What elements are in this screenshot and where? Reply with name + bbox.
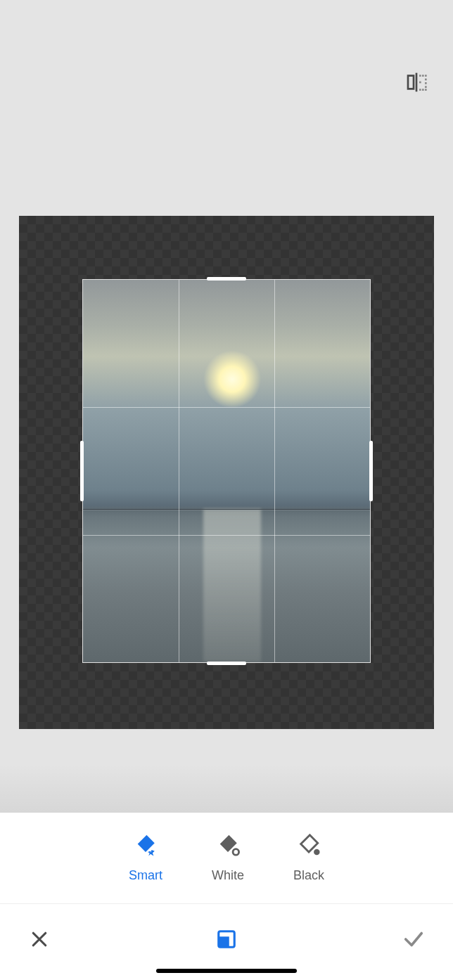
svg-point-12: [314, 849, 320, 856]
paint-bucket-black-icon: [297, 833, 321, 857]
svg-rect-4: [425, 79, 427, 81]
svg-rect-2: [422, 75, 424, 77]
fill-options-bar: Smart White Black: [0, 813, 453, 904]
fill-option-white[interactable]: White: [212, 833, 244, 883]
svg-point-11: [233, 849, 239, 856]
fill-option-smart[interactable]: Smart: [129, 833, 162, 883]
svg-rect-8: [422, 89, 424, 91]
grid-line: [83, 535, 370, 536]
fill-option-label: Smart: [129, 868, 162, 883]
editor-stage: [0, 0, 453, 813]
grid-line: [274, 280, 275, 662]
close-icon: [29, 929, 50, 950]
expand-canvas-icon: [216, 929, 237, 950]
paint-bucket-white-icon: [216, 833, 240, 857]
cancel-button[interactable]: [23, 922, 56, 956]
home-indicator[interactable]: [156, 969, 297, 973]
crop-handle-top[interactable]: [207, 277, 246, 281]
svg-rect-1: [419, 75, 421, 77]
crop-frame[interactable]: [82, 279, 371, 663]
confirm-button[interactable]: [397, 922, 430, 956]
svg-rect-5: [425, 82, 427, 84]
expand-canvas-area[interactable]: [19, 216, 434, 729]
svg-rect-0: [416, 73, 418, 92]
svg-rect-14: [219, 936, 229, 947]
expand-tool-button[interactable]: [210, 922, 243, 956]
flip-horizontal-button[interactable]: [401, 67, 432, 98]
check-icon: [402, 927, 426, 951]
crop-handle-right[interactable]: [369, 441, 373, 501]
fill-option-black[interactable]: Black: [293, 833, 324, 883]
svg-rect-3: [425, 75, 427, 77]
svg-rect-6: [425, 86, 427, 88]
grid-line: [83, 407, 370, 408]
fill-option-label: Black: [293, 868, 324, 883]
grid-line: [179, 280, 179, 662]
paint-bucket-sparkle-icon: [134, 833, 158, 857]
svg-rect-9: [425, 89, 427, 91]
crop-handle-left[interactable]: [80, 441, 84, 501]
svg-rect-10: [419, 82, 421, 84]
photo-preview: [83, 280, 370, 662]
crop-handle-bottom[interactable]: [207, 662, 246, 665]
fill-option-label: White: [212, 868, 244, 883]
svg-rect-7: [419, 89, 421, 91]
flip-horizontal-icon: [405, 71, 428, 94]
